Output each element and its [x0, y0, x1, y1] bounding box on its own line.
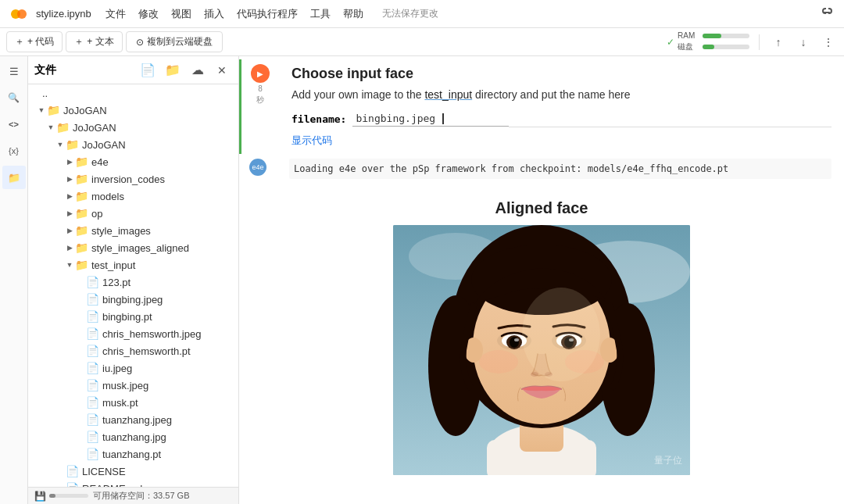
search-strip-button[interactable]: 🔍 — [2, 86, 26, 109]
tree-item-jojogan3[interactable]: ▼ 📁 JoJoGAN — [28, 136, 238, 153]
tree-item-e4e[interactable]: ▶ 📁 e4e — [28, 153, 238, 170]
folder-icon: 📁 — [75, 190, 88, 202]
menu-tools[interactable]: 工具 — [310, 7, 331, 21]
storage-progress-bar — [49, 494, 88, 498]
file-icon: 📄 — [66, 465, 79, 477]
add-text-button[interactable]: ＋ + 文本 — [66, 31, 122, 52]
file-icon: 📄 — [86, 362, 99, 374]
tree-item-musk-jpeg[interactable]: 📄 musk.jpeg — [28, 377, 238, 394]
folder-icon: 📁 — [75, 155, 88, 168]
svg-point-23 — [514, 338, 519, 341]
close-sidebar-button[interactable]: ✕ — [212, 60, 232, 80]
tree-item-bingbing-jpeg[interactable]: 📄 bingbing.jpeg — [28, 291, 238, 308]
copy-to-cloud-button[interactable]: ⊙ 複制到云端硬盘 — [126, 31, 223, 52]
tree-item-style-aligned[interactable]: ▶ 📁 style_images_aligned — [28, 239, 238, 256]
ram-indicator: ✓ RAM 磁盘 — [667, 31, 749, 52]
scroll-down-button[interactable]: ↓ — [794, 33, 813, 52]
new-folder-button[interactable]: 📁 — [162, 59, 184, 81]
tree-item-tuanzhang-jpeg[interactable]: 📄 tuanzhang.jpeg — [28, 411, 238, 428]
aligned-face-section: Aligned face — [239, 193, 844, 481]
toolbar: ＋ + 代码 ＋ + 文本 ⊙ 複制到云端硬盘 ✓ RAM 磁盘 — [0, 28, 844, 56]
sidebar-tree: .. ▼ 📁 JoJoGAN ▼ 📁 JoJoGAN ▼ 📁 JoJoGAN ▶… — [28, 84, 238, 487]
tree-item-bingbing-pt[interactable]: 📄 bingbing.pt — [28, 308, 238, 325]
run-number: 8 — [258, 84, 263, 93]
unsaved-notice: 无法保存更改 — [382, 7, 438, 21]
tree-item-models[interactable]: ▶ 📁 models — [28, 188, 238, 205]
file-icon: 📄 — [86, 293, 99, 306]
menu-file[interactable]: 文件 — [106, 7, 126, 21]
expand-arrow: ▶ — [64, 158, 75, 166]
tree-item-tuanzhang-pt[interactable]: 📄 tuanzhang.pt — [28, 445, 238, 463]
svg-point-1 — [17, 9, 27, 19]
file-icon: 📄 — [86, 413, 99, 426]
expand-arrow: ▶ — [64, 244, 75, 252]
tree-item-dotdot[interactable]: .. — [28, 84, 238, 102]
menu-help[interactable]: 帮助 — [343, 7, 363, 21]
tree-item-iu-jpeg[interactable]: 📄 iu.jpeg — [28, 359, 238, 377]
folder-icon: 📁 — [75, 173, 88, 185]
scroll-up-button[interactable]: ↑ — [769, 33, 788, 52]
tree-item-license[interactable]: 📄 LICENSE — [28, 463, 238, 480]
desc-highlight: test_input — [424, 88, 472, 101]
show-code-button[interactable]: 显示代码 — [291, 134, 332, 148]
file-icon: 📄 — [86, 327, 99, 340]
tree-item-jojogan1[interactable]: ▼ 📁 JoJoGAN — [28, 102, 238, 119]
add-code-button[interactable]: ＋ + 代码 — [6, 31, 63, 52]
plus-code-icon: ＋ — [15, 35, 24, 48]
input-line-extend — [509, 110, 831, 127]
folder-icon: 📁 — [75, 259, 88, 271]
new-file-button[interactable]: 📄 — [137, 59, 159, 81]
output-loading-text: Loading e4e over the pSp framework from … — [289, 159, 831, 179]
toolbar-divider — [759, 34, 760, 50]
cell-output-row: e4e Loading e4e over the pSp framework f… — [239, 154, 844, 190]
menu-strip-button[interactable]: ☰ — [2, 59, 26, 83]
desc-after: directory and put the name here — [472, 88, 630, 101]
titlebar: stylize.ipynb 文件 修改 视图 插入 代码执行程序 工具 帮助 无… — [0, 0, 844, 28]
sidebar: 文件 📄 📁 ☁ ✕ .. ▼ 📁 JoJoGAN ▼ 📁 JoJoGAN — [28, 56, 239, 504]
filename-input[interactable]: bingbing.jpeg — [352, 111, 509, 127]
tree-item-tuanzhang-jpg[interactable]: 📄 tuanzhang.jpg — [28, 428, 238, 445]
sidebar-header: 文件 📄 📁 ☁ ✕ — [28, 56, 238, 84]
run-cell-button[interactable]: ▶ — [251, 64, 270, 83]
aligned-face-title: Aligned face — [249, 199, 835, 217]
watermark-text: 量子位 — [654, 454, 682, 467]
more-options-button[interactable]: ⋮ — [819, 33, 838, 52]
tree-item-musk-pt[interactable]: 📄 musk.pt — [28, 394, 238, 411]
file-icon: 📄 — [86, 310, 99, 323]
tree-item-123pt[interactable]: 📄 123.pt — [28, 273, 238, 291]
file-icon: 📄 — [86, 276, 99, 288]
menu-insert[interactable]: 插入 — [204, 7, 224, 21]
tree-item-readme[interactable]: 📄 README.md — [28, 480, 238, 487]
svg-point-31 — [522, 288, 600, 381]
storage-bar-fill — [49, 494, 55, 498]
cell-title: Choose input face — [291, 66, 831, 82]
cloud-copy-icon: ⊙ — [136, 37, 144, 48]
folder-icon: 📁 — [75, 224, 88, 237]
tree-item-inversion[interactable]: ▶ 📁 inversion_codes — [28, 170, 238, 188]
tree-item-test-input[interactable]: ▼ 📁 test_input — [28, 256, 238, 273]
expand-arrow: ▼ — [55, 141, 66, 148]
sidebar-title: 文件 — [34, 63, 134, 77]
menu-runtime[interactable]: 代码执行程序 — [237, 7, 298, 21]
file-icon: 📄 — [86, 379, 99, 391]
svg-point-12 — [600, 303, 655, 436]
cursor — [442, 113, 444, 124]
upload-button[interactable]: ☁ — [187, 59, 209, 81]
output-avatar: e4e — [249, 159, 266, 176]
expand-arrow: ▶ — [64, 227, 75, 234]
menu-view[interactable]: 视图 — [171, 7, 191, 21]
expand-arrow: ▶ — [64, 209, 75, 217]
tree-item-op[interactable]: ▶ 📁 op — [28, 205, 238, 222]
menu-edit[interactable]: 修改 — [138, 7, 159, 21]
tree-item-chris-pt[interactable]: 📄 chris_hemsworth.pt — [28, 342, 238, 359]
variable-strip-button[interactable]: {x} — [2, 139, 26, 163]
code-strip-button[interactable]: <> — [2, 113, 26, 136]
tree-item-style-images[interactable]: ▶ 📁 style_images — [28, 222, 238, 239]
tree-item-jojogan2[interactable]: ▼ 📁 JoJoGAN — [28, 119, 238, 136]
ram-bar-fill — [703, 34, 721, 38]
expand-arrow: ▼ — [36, 106, 47, 114]
files-strip-button[interactable]: 📁 — [2, 166, 26, 189]
run-sec: 秒 — [256, 95, 264, 105]
svg-point-27 — [479, 350, 518, 374]
tree-item-chris-jpeg[interactable]: 📄 chris_hemsworth.jpeg — [28, 325, 238, 342]
